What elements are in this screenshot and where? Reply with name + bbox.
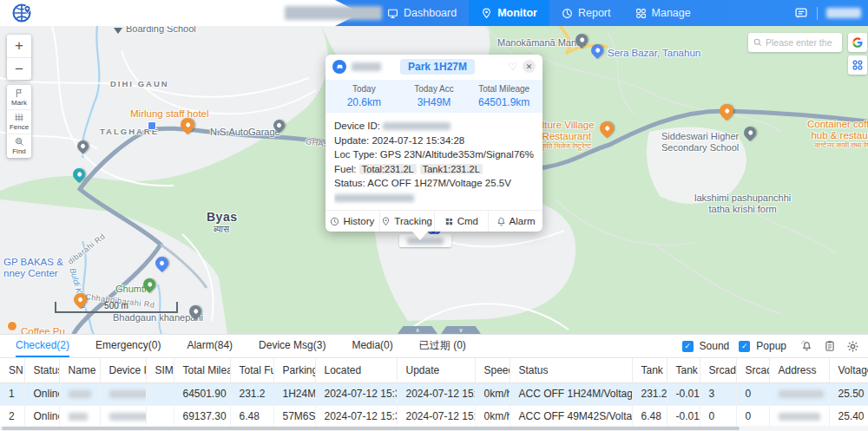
col-name: Name [59,358,100,382]
scrollbar-thumb[interactable] [2,427,740,430]
stat-value: 20.6km [329,96,399,108]
map-label-ns-autogarage: N.S.AutoGarage [210,127,280,138]
popup-details: Device ID: Update: 2024-07-12 15:34:28 L… [326,113,542,210]
stat-today-acc: Today Acc 3H49M [399,84,470,108]
map-label-gp-bakas-1: GP BAKAS & [3,257,63,268]
fuel-tank1-badge: Tank1:231.2L [420,164,483,174]
find-button[interactable]: Find [7,134,31,158]
cell-sn: 2 [0,405,24,428]
map-label-sera-bazar: Sera Bazar, Tanahun [608,48,700,59]
fuel-line: Fuel: Total:231.2LTank1:231.2L [334,162,534,177]
col-srcad1: Srcad1 [736,358,769,382]
zoom-out-button[interactable]: − [7,57,31,80]
popup-header: Park 1H27M ♡ ✕ [326,55,542,78]
table-row-1[interactable]: 1 Online 64501.90 231.2 1H24M 2024-07-12… [0,382,868,405]
address-line [334,191,534,206]
fence-icon [14,113,24,122]
table-row-2[interactable]: 2 Online 69137.30 6.48 57M6S 2024-07-12 … [0,405,868,428]
table-header-row: SN Status Name Device ID SIM Total Milea… [0,358,868,382]
history-button[interactable]: History [326,211,379,232]
cmd-icon [444,217,454,226]
map-label-siddeswari: Siddeswari Higher Secondary School [661,131,739,153]
tab-device-msg[interactable]: Device Msg(3) [259,335,326,357]
gps-tracking-app: Dashboard Monitor Report Manage [0,0,868,431]
mute-alarm-icon[interactable] [800,340,813,352]
zoom-controls: + − [7,35,31,80]
cell-status: Online [24,382,59,405]
close-icon[interactable]: ✕ [523,60,536,73]
cell-tank1: 6.48 [632,405,667,428]
fuel-total-badge: Total:231.2L [359,164,417,174]
map-label-byas-devanagari: ब्यास [214,224,229,234]
map-view[interactable]: Boarding School DIHI GAUN Mirlung staff … [0,26,868,334]
device-category-icon [332,60,346,74]
map-label-coffee: Coffee Pu [21,326,65,334]
cell-located: 2024-07-12 15:32:19 [315,382,397,405]
panel-expand-button[interactable]: ∧ [398,326,437,334]
username-redacted[interactable] [826,8,861,18]
settings-gear-icon[interactable] [846,340,859,353]
stat-value: 3H49M [399,96,470,108]
device-id-redacted [109,413,147,421]
horizontal-scrollbar [0,426,868,431]
google-g-icon [852,36,864,49]
cell-device-id [100,382,146,405]
device-info-popup: Park 1H27M ♡ ✕ Today 20.6km Today Acc 3H… [326,55,542,232]
alarm-button[interactable]: Alarm [488,211,542,232]
name-redacted [69,390,91,398]
map-label-dihi-gaun: DIHI GAUN [110,80,169,89]
sound-checkbox[interactable]: ✓ [682,341,694,352]
zoom-in-button[interactable]: + [7,35,31,57]
nav-item-label: Dashboard [404,7,457,19]
lakshimi-line1: lakshimi pashupanchhi [694,193,791,204]
dashboard-icon [387,8,398,19]
tab-expired[interactable]: 已过期 (0) [419,335,466,357]
nav-item-report[interactable]: Report [549,0,623,26]
favorite-heart-icon[interactable]: ♡ [508,61,517,73]
nav-item-manage[interactable]: Manage [623,0,703,26]
panel-collapse-button[interactable]: ∨ [441,326,481,334]
cell-tank2: -0.01 [667,405,700,428]
fence-label: Fence [10,123,29,131]
apps-grid-icon [852,59,864,71]
alarm-bell-icon [496,217,506,226]
cell-tank1: 231.2 [632,382,667,405]
col-voltage: Voltage [829,358,868,382]
nav-item-monitor[interactable]: Monitor [469,0,549,26]
fence-button[interactable]: Fence [7,109,31,134]
google-maps-button[interactable] [848,33,867,52]
tab-checked[interactable]: Checked(2) [16,335,69,357]
col-speed: Speed [475,358,510,382]
boarding-school-marker-icon [114,28,122,34]
map-label-container-coffee: Container coffee hub & restaura कन्टेनर … [807,119,868,150]
map-label-manokamana-mandir: Manokāmanā Mandir [497,37,587,49]
tracking-button[interactable]: Tracking [379,211,434,232]
cmd-button[interactable]: Cmd [434,211,489,232]
col-status-detail: Status [510,358,632,382]
update-line: Update: 2024-07-12 15:34:28 [334,134,534,148]
nav-item-dashboard[interactable]: Dashboard [375,0,469,26]
top-nav: Dashboard Monitor Report Manage [0,0,868,26]
tab-alarm[interactable]: Alarm(84) [187,335,233,357]
search-input[interactable] [766,37,835,48]
loc-type-line: Loc Type: GPS 23N/Altitude353m/Signal76% [334,147,534,162]
device-name-redacted [352,62,381,71]
status-badge: Park 1H27M [400,59,475,75]
map-label-mirlung-staff-hotel: Mirlung staff hotel [130,108,209,120]
tab-media[interactable]: Media(0) [352,335,392,357]
popup-checkbox[interactable]: ✓ [739,341,750,352]
action-label: Cmd [457,216,478,226]
cell-voltage: 25.40 [829,405,868,428]
message-icon[interactable] [794,7,808,20]
map-layers-button[interactable] [848,56,867,75]
mark-button[interactable]: Mark [7,85,31,109]
clipboard-icon[interactable] [824,340,836,352]
tab-emergency[interactable]: Emergency(0) [95,335,161,357]
nav-divider [817,7,818,20]
col-device-id: Device ID [100,358,146,382]
cell-update: 2024-07-12 15:33:29 [397,405,475,428]
col-total-fuel: Total Fuel [230,358,273,382]
cell-status-detail: ACC OFF 49M42S/Voltage 25.5V [510,405,632,428]
nav-menu: Dashboard Monitor Report Manage [375,0,703,26]
search-icon [753,38,762,47]
